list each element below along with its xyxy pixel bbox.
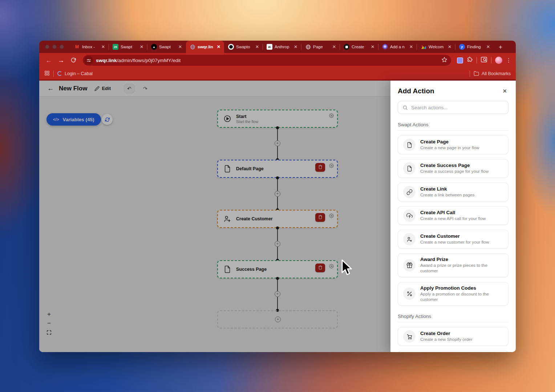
- add-step-plus-icon[interactable]: [275, 317, 281, 322]
- tab-label: Welcom: [429, 45, 445, 49]
- tab-close-icon[interactable]: ✕: [447, 44, 452, 49]
- file-icon: [223, 265, 232, 274]
- tab-label: Swapt: [121, 45, 137, 49]
- tab-swqr-lin[interactable]: swqr.lin✕: [186, 41, 224, 53]
- tab-close-icon[interactable]: ✕: [486, 44, 491, 49]
- action-title: Award Prize: [420, 257, 503, 262]
- tab-add-a-n[interactable]: Add a n✕: [378, 41, 417, 53]
- new-tab-button[interactable]: +: [496, 42, 505, 52]
- connector-dot: [276, 226, 279, 229]
- code-icon: </>: [53, 118, 59, 122]
- undo-icon[interactable]: ↶: [124, 84, 135, 93]
- node-settings-gear-icon[interactable]: [329, 163, 334, 170]
- add-step-plus-icon[interactable]: [275, 241, 280, 247]
- flow-canvas[interactable]: </> Variables (45) Start Start the flow: [39, 97, 390, 352]
- browser-menu-icon[interactable]: ⋮: [506, 57, 511, 64]
- github-icon: [228, 44, 234, 50]
- tab-inbox-[interactable]: MInbox -✕: [70, 41, 109, 53]
- flow-node-placeholder[interactable]: [217, 310, 338, 328]
- flow-node-success-page[interactable]: Success Page: [217, 260, 338, 278]
- action-card-partial[interactable]: [398, 351, 509, 352]
- close-icon[interactable]: ✕: [501, 87, 509, 95]
- action-card-create-success-page[interactable]: Create Success Page Create a success pag…: [398, 159, 509, 178]
- bookmark-item[interactable]: Login – Cabal: [57, 71, 93, 76]
- tab-page[interactable]: Page✕: [301, 41, 340, 53]
- node-settings-gear-icon[interactable]: [329, 113, 334, 119]
- tab-create[interactable]: Create✕: [340, 41, 378, 53]
- delete-node-button[interactable]: [315, 264, 325, 272]
- all-bookmarks-button[interactable]: All Bookmarks: [474, 71, 511, 76]
- flow-node-default-page[interactable]: Default Page: [217, 160, 338, 178]
- swapt-app-icon: 20: [113, 44, 118, 50]
- action-subtitle: Create a link between pages: [420, 192, 475, 198]
- side-panel-search-icon[interactable]: [481, 57, 487, 64]
- forward-icon[interactable]: →: [56, 55, 66, 65]
- zoom-out-button[interactable]: −: [46, 320, 52, 326]
- add-step-plus-icon[interactable]: [275, 191, 280, 197]
- tab-close-icon[interactable]: ✕: [178, 44, 183, 49]
- percent-icon: [403, 287, 416, 300]
- reload-icon[interactable]: [68, 55, 78, 65]
- gift-icon: [403, 259, 416, 271]
- action-card-create-order[interactable]: Create Order Create a new Shopify order: [398, 327, 509, 346]
- edit-button[interactable]: Edit: [94, 86, 111, 91]
- browser-toolbar: ← → swqr.link/admin/flows/p0j07ymMY/edit: [39, 53, 516, 68]
- window-controls[interactable]: [45, 41, 64, 53]
- zoom-window-button[interactable]: [60, 45, 64, 49]
- tab-swapto[interactable]: Swapto✕: [224, 41, 263, 53]
- tab-close-icon[interactable]: ✕: [216, 44, 221, 49]
- extension-icon[interactable]: [457, 57, 463, 64]
- action-card-apply-promotion-codes[interactable]: Apply Promotion Codes Apply a promotion …: [398, 282, 509, 306]
- tab-swapt[interactable]: 20Swapt✕: [109, 41, 147, 53]
- fit-view-icon[interactable]: [46, 330, 52, 335]
- zoom-in-button[interactable]: +: [46, 311, 52, 317]
- action-title: Create Order: [420, 331, 473, 336]
- tab-close-icon[interactable]: ✕: [139, 44, 144, 49]
- tab-label: Anthrop: [275, 45, 291, 49]
- desktop-wallpaper: MInbox -✕20Swapt✕▲Swapt✕swqr.lin✕Swapto✕…: [0, 0, 555, 392]
- connector-dot: [276, 176, 279, 179]
- search-input[interactable]: Search actions...: [398, 101, 509, 114]
- site-settings-icon[interactable]: [84, 56, 93, 65]
- tab-close-icon[interactable]: ✕: [293, 44, 298, 49]
- back-icon[interactable]: ←: [44, 55, 54, 65]
- tab-close-icon[interactable]: ✕: [332, 44, 337, 49]
- tab-welcom[interactable]: Welcom✕: [417, 41, 455, 53]
- bookmark-star-icon[interactable]: [441, 57, 447, 64]
- tab-swapt[interactable]: ▲Swapt✕: [147, 41, 186, 53]
- apps-grid-icon[interactable]: [44, 70, 50, 77]
- tab-close-icon[interactable]: ✕: [409, 44, 414, 49]
- url-bar[interactable]: swqr.link/admin/flows/p0j07ymMY/edit: [83, 55, 451, 66]
- flow-node-start[interactable]: Start Start the flow: [217, 110, 338, 128]
- action-subtitle: Create a new customer for your flow: [420, 240, 489, 245]
- add-step-plus-icon[interactable]: [275, 291, 280, 297]
- action-card-create-api-call[interactable]: Create API Call Create a new API call fo…: [398, 206, 509, 225]
- extensions-puzzle-icon[interactable]: [467, 57, 473, 64]
- close-window-button[interactable]: [45, 45, 49, 49]
- tab-label: Finding: [467, 45, 483, 49]
- back-arrow-icon[interactable]: ←: [47, 85, 54, 92]
- action-card-create-page[interactable]: Create Page Create a new page in your fl…: [398, 135, 509, 154]
- tab-anthrop[interactable]: A\Anthrop✕: [263, 41, 301, 53]
- action-title: Create Page: [420, 139, 479, 144]
- tab-close-icon[interactable]: ✕: [370, 44, 375, 49]
- tab-close-icon[interactable]: ✕: [101, 44, 106, 49]
- redo-icon[interactable]: ↷: [140, 84, 151, 93]
- variables-button[interactable]: </> Variables (45): [46, 113, 101, 126]
- search-placeholder: Search actions...: [411, 105, 448, 110]
- profile-avatar[interactable]: [495, 57, 502, 64]
- tab-finding[interactable]: yFinding✕: [455, 41, 494, 53]
- add-step-plus-icon[interactable]: [275, 140, 280, 146]
- delete-node-button[interactable]: [315, 163, 325, 172]
- node-settings-gear-icon[interactable]: [329, 264, 334, 270]
- node-settings-gear-icon[interactable]: [329, 213, 334, 220]
- url-text[interactable]: swqr.link/admin/flows/p0j07ymMY/edit: [96, 58, 438, 63]
- flow-node-create-customer[interactable]: Create Customer: [217, 210, 338, 228]
- action-card-create-customer[interactable]: Create Customer Create a new customer fo…: [398, 230, 509, 249]
- action-card-award-prize[interactable]: Award Prize Award a prize or prize piece…: [398, 253, 509, 277]
- action-card-create-link[interactable]: Create Link Create a link between pages: [398, 183, 509, 201]
- minimize-window-button[interactable]: [52, 45, 57, 49]
- refresh-variables-button[interactable]: [102, 114, 113, 125]
- delete-node-button[interactable]: [315, 213, 325, 222]
- tab-close-icon[interactable]: ✕: [255, 44, 260, 49]
